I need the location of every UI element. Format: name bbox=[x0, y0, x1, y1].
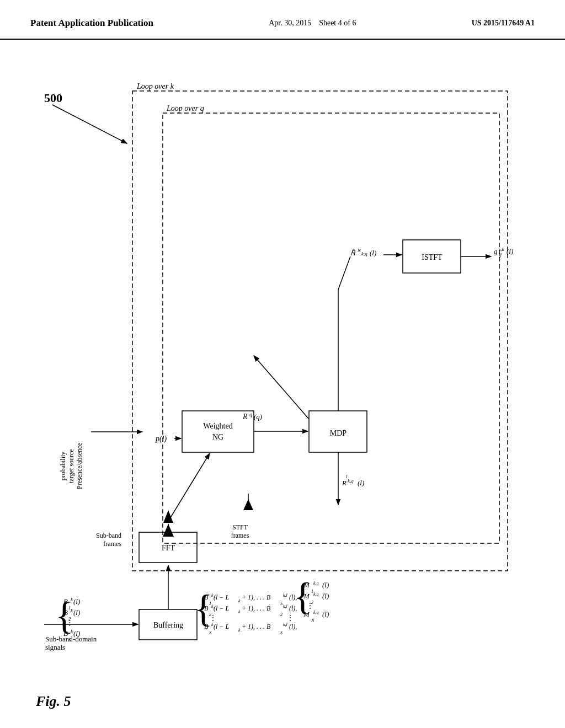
svg-text:500: 500 bbox=[44, 91, 62, 105]
svg-text:k: k bbox=[238, 609, 241, 614]
svg-text:ij: ij bbox=[499, 252, 502, 258]
svg-text:(l): (l) bbox=[322, 581, 329, 589]
svg-text:MDP: MDP bbox=[330, 429, 347, 437]
svg-text:STFT: STFT bbox=[232, 523, 248, 531]
svg-text:probability: probability bbox=[59, 452, 67, 481]
svg-text:signals: signals bbox=[45, 643, 65, 651]
svg-text:k,q: k,q bbox=[361, 251, 367, 256]
svg-text:(l): (l) bbox=[73, 629, 80, 638]
svg-text:N: N bbox=[311, 618, 315, 623]
svg-text:p(l): p(l) bbox=[155, 435, 167, 443]
svg-text:k,q: k,q bbox=[313, 610, 319, 615]
svg-text:k,q: k,q bbox=[313, 581, 319, 586]
svg-text:k,q: k,q bbox=[348, 478, 354, 484]
svg-text:FFT: FFT bbox=[162, 544, 175, 552]
patent-figure: 500 Loop over k Loop over q Buffering FF… bbox=[0, 58, 565, 728]
svg-text:k,l: k,l bbox=[283, 604, 288, 609]
svg-text:k,l: k,l bbox=[283, 622, 288, 627]
svg-text:(l − L: (l − L bbox=[214, 604, 229, 612]
svg-marker-167 bbox=[163, 510, 173, 523]
svg-text:(l): (l) bbox=[358, 479, 364, 487]
svg-text:(l): (l) bbox=[73, 597, 80, 606]
svg-text:k,q: k,q bbox=[313, 592, 319, 597]
svg-text:(l): (l) bbox=[507, 247, 513, 255]
svg-text:Loop over q: Loop over q bbox=[166, 104, 204, 113]
svg-text:k: k bbox=[238, 628, 241, 633]
svg-text:N: N bbox=[357, 248, 361, 253]
svg-text:+ 1), . . . B: + 1), . . . B bbox=[242, 604, 271, 612]
svg-text:g: g bbox=[494, 247, 498, 255]
svg-text:Buffering: Buffering bbox=[153, 621, 183, 629]
svg-text:(l − L: (l − L bbox=[214, 593, 229, 601]
svg-text:S: S bbox=[280, 630, 282, 635]
svg-text:S: S bbox=[280, 601, 282, 606]
svg-text:k: k bbox=[238, 598, 241, 603]
svg-text:s,k: s,k bbox=[499, 247, 505, 252]
svg-text:target source: target source bbox=[67, 449, 75, 483]
svg-text:R̂: R̂ bbox=[350, 249, 356, 257]
svg-text:(l): (l) bbox=[370, 249, 376, 257]
publication-title: Patent Application Publication bbox=[30, 18, 153, 29]
publication-date-sheet: Apr. 30, 2015 Sheet 4 of 6 bbox=[269, 19, 356, 28]
svg-text:q: q bbox=[249, 411, 252, 417]
svg-text:S: S bbox=[209, 630, 211, 635]
svg-text:(q): (q) bbox=[254, 413, 262, 421]
svg-text:(l): (l) bbox=[322, 592, 329, 600]
svg-text:{: { bbox=[294, 575, 312, 618]
svg-text:+ 1), . . . B: + 1), . . . B bbox=[242, 623, 271, 630]
svg-rect-126 bbox=[163, 113, 499, 543]
svg-text:NG: NG bbox=[212, 433, 223, 441]
svg-text:(l): (l) bbox=[322, 610, 329, 618]
svg-text:Sub-band: Sub-band bbox=[96, 532, 121, 539]
svg-text:R: R bbox=[342, 479, 347, 487]
svg-text:Weighted: Weighted bbox=[203, 422, 232, 430]
svg-text:Fig. 5: Fig. 5 bbox=[35, 693, 71, 709]
svg-text:R: R bbox=[242, 413, 248, 421]
svg-text:ISTFT: ISTFT bbox=[422, 253, 443, 261]
svg-text:frames: frames bbox=[231, 532, 249, 539]
svg-rect-124 bbox=[132, 91, 508, 571]
svg-text:{: { bbox=[194, 587, 213, 630]
svg-text:{: { bbox=[55, 595, 74, 637]
svg-line-149 bbox=[168, 453, 210, 521]
svg-text:(l): (l) bbox=[73, 608, 80, 617]
svg-text:+ 1), . . . B: + 1), . . . B bbox=[242, 593, 271, 601]
svg-text:frames: frames bbox=[103, 540, 121, 548]
svg-text:k,l: k,l bbox=[283, 593, 288, 598]
svg-text:(l),: (l), bbox=[289, 623, 297, 630]
svg-text:⋮: ⋮ bbox=[287, 614, 294, 622]
svg-text:(l − L: (l − L bbox=[214, 623, 229, 630]
svg-line-146 bbox=[254, 356, 309, 419]
svg-text:S: S bbox=[68, 637, 71, 643]
svg-text:Loop over k: Loop over k bbox=[136, 82, 174, 90]
svg-line-161 bbox=[338, 256, 350, 290]
svg-text:2: 2 bbox=[280, 612, 282, 617]
publication-number: US 2015/117649 A1 bbox=[472, 19, 535, 28]
svg-text:Presence/absence: Presence/absence bbox=[76, 443, 83, 489]
svg-line-123 bbox=[52, 105, 127, 143]
